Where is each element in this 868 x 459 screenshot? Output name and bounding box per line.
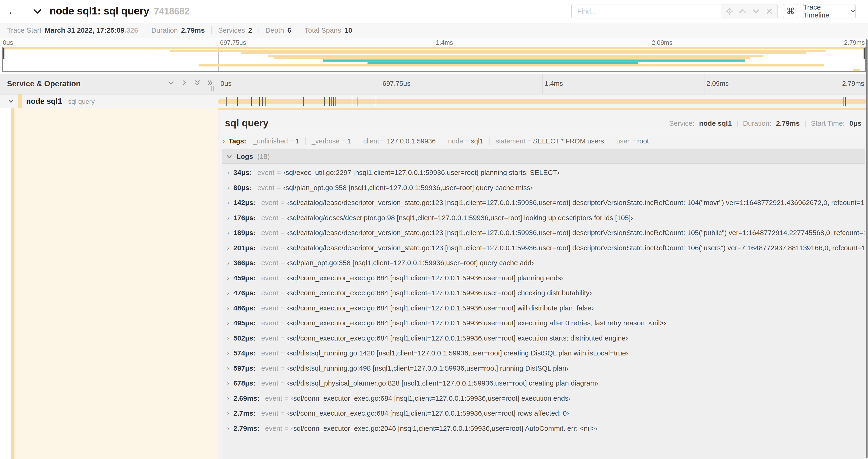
- minimap-tick-label: 2.09ms: [652, 39, 673, 46]
- minimap-span-bar: [198, 64, 824, 66]
- log-timestamp: 201μs:: [233, 244, 255, 252]
- back-button[interactable]: ←: [0, 0, 26, 22]
- trace-total-spans: Total Spans 10: [298, 26, 359, 34]
- log-expand-chevron-icon: ›: [227, 169, 229, 176]
- minimap-span-bar: [853, 69, 860, 71]
- trace-page: ← node sql1: sql query7418682: [0, 0, 868, 459]
- tag-key: _verbose: [312, 137, 340, 145]
- log-row[interactable]: ›678μs:event=‹sql/distsql_physical_plann…: [222, 377, 865, 390]
- log-row[interactable]: ›2.79ms:event=‹sql/conn_executor_exec.go…: [222, 422, 865, 435]
- expand-one-icon[interactable]: [181, 79, 188, 86]
- minimap-span-bar: [170, 50, 826, 52]
- log-expand-chevron-icon: ›: [227, 304, 229, 312]
- log-row[interactable]: ›2.7ms:event=‹sql/conn_executor_exec.go:…: [222, 407, 865, 420]
- expand-all-icon[interactable]: [207, 79, 214, 86]
- collapse-all-icon[interactable]: [194, 79, 201, 86]
- tag-item[interactable]: node=sql1: [448, 137, 490, 145]
- trace-services: Services 2: [212, 26, 259, 34]
- log-row[interactable]: ›80μs:event=‹sql/plan_opt.go:358 [nsql1,…: [222, 181, 865, 194]
- view-type-dropdown[interactable]: Trace Timeline: [803, 4, 856, 19]
- collapse-one-icon[interactable]: [167, 79, 175, 86]
- log-expand-chevron-icon: ›: [227, 214, 229, 222]
- tag-item[interactable]: client=127.0.0.1:59936: [363, 137, 442, 145]
- keyboard-shortcuts-button[interactable]: ⌘: [783, 4, 798, 19]
- find-next-icon[interactable]: [751, 6, 761, 16]
- tag-item[interactable]: _verbose=1: [312, 137, 357, 145]
- depth-value: 6: [287, 26, 291, 34]
- tag-item[interactable]: statement=SELECT * FROM users: [496, 137, 610, 145]
- detail-duration-label: Duration:: [743, 120, 771, 127]
- minimap-left-scrubber[interactable]: [3, 48, 4, 59]
- service-operation-header: Service & Operation: [7, 79, 81, 88]
- find-input[interactable]: [572, 4, 721, 18]
- timeline-tick-label: 2.09ms: [707, 80, 729, 88]
- minimap-span-bar: [323, 60, 745, 62]
- detail-service-value: node sql1: [699, 120, 732, 127]
- log-row[interactable]: ›502μs:event=‹sql/conn_executor_exec.go:…: [222, 332, 865, 345]
- logs-collapse-chevron-icon: [226, 154, 232, 159]
- span-bar-area[interactable]: [218, 94, 866, 108]
- find-prev-icon[interactable]: [738, 6, 748, 16]
- trace-depth: Depth 6: [259, 26, 298, 34]
- minimap-right-scrubber[interactable]: [864, 48, 865, 59]
- logs-label: Logs: [236, 153, 253, 160]
- view-type-label: Trace Timeline: [803, 3, 847, 19]
- log-message: ‹sql/conn_executor_exec.go:2046 [nsql1,c…: [291, 424, 597, 432]
- log-row[interactable]: ›486μs:event=‹sql/conn_executor_exec.go:…: [222, 302, 865, 315]
- log-timestamp: 678μs:: [233, 379, 255, 387]
- detail-left-gutter: [0, 108, 218, 459]
- span-log-marker: [237, 97, 238, 106]
- log-message: ‹sql/exec_util.go:2297 [nsql1,client=127…: [283, 169, 560, 176]
- logs-list: Log timestamps are relative to the start…: [222, 164, 865, 459]
- top-bar: ← node sql1: sql query7418682: [0, 0, 868, 22]
- span-log-marker: [226, 97, 226, 106]
- log-message: ‹sql/plan_opt.go:358 [nsql1,client=127.0…: [283, 184, 533, 192]
- span-log-marker: [331, 97, 332, 106]
- log-row[interactable]: ›176μs:event=‹sql/catalog/descs/descript…: [222, 211, 865, 224]
- log-message: ‹sql/distsql_physical_planner.go:828 [ns…: [287, 379, 598, 387]
- locate-icon[interactable]: [724, 6, 735, 16]
- log-timestamp: 2.69ms:: [233, 394, 259, 402]
- detail-start-value: 0μs: [849, 120, 862, 127]
- log-timestamp: 502μs:: [233, 334, 255, 342]
- logs-header[interactable]: Logs (18): [222, 149, 865, 164]
- span-color-strip: [18, 94, 22, 108]
- log-row[interactable]: ›459μs:event=‹sql/conn_executor_exec.go:…: [222, 271, 865, 285]
- minimap-canvas[interactable]: [2, 47, 866, 72]
- log-row[interactable]: ›366μs:event=‹sql/plan_opt.go:358 [nsql1…: [222, 256, 865, 269]
- find-clear-icon[interactable]: [764, 6, 774, 16]
- log-row[interactable]: ›34μs:event=‹sql/exec_util.go:2297 [nsql…: [222, 166, 865, 179]
- tag-item[interactable]: _unfinished=1: [253, 137, 305, 145]
- detail-divider: [223, 132, 865, 132]
- log-expand-chevron-icon: ›: [227, 244, 229, 252]
- span-service-name[interactable]: node sql1sql query: [26, 97, 95, 106]
- back-arrow-icon: ←: [7, 5, 18, 18]
- log-expand-chevron-icon: ›: [227, 365, 229, 372]
- span-row[interactable]: node sql1sql query: [0, 94, 868, 108]
- find-group: [571, 4, 778, 19]
- tag-item[interactable]: user=root: [616, 137, 655, 145]
- log-row[interactable]: ›142μs:event=‹sql/catalog/lease/descript…: [222, 196, 865, 209]
- timeline-tick-label: 0μs: [220, 80, 231, 88]
- log-row[interactable]: ›597μs:event=‹sql/distsql_running.go:498…: [222, 362, 865, 375]
- trace-header-chevron-icon[interactable]: [32, 6, 42, 17]
- span-expand-chevron-icon[interactable]: [8, 99, 14, 105]
- log-timestamp: 486μs:: [233, 304, 255, 312]
- log-row[interactable]: ›574μs:event=‹sql/distsql_running.go:142…: [222, 347, 865, 360]
- log-row[interactable]: ›189μs:event=‹sql/catalog/lease/descript…: [222, 226, 865, 239]
- span-duration-bar[interactable]: [218, 99, 866, 104]
- log-row[interactable]: ›2.69ms:event=‹sql/conn_executor_exec.go…: [222, 392, 865, 405]
- log-row[interactable]: ›201μs:event=‹sql/catalog/lease/descript…: [222, 241, 865, 255]
- column-resizer-handle[interactable]: [211, 86, 214, 91]
- log-timestamp: 189μs:: [233, 229, 255, 237]
- log-message: ‹sql/distsql_running.go:1420 [nsql1,clie…: [287, 349, 628, 357]
- log-row[interactable]: ›495μs:event=‹sql/conn_executor_exec.go:…: [222, 317, 865, 330]
- log-row[interactable]: ›476μs:event=‹sql/conn_executor_exec.go:…: [222, 286, 865, 299]
- minimap-tick-label: 697.75μs: [220, 39, 246, 46]
- log-expand-chevron-icon: ›: [227, 319, 229, 327]
- vertical-scrollbar[interactable]: [866, 39, 868, 458]
- tag-value: 1: [347, 137, 351, 145]
- span-log-marker: [329, 97, 330, 106]
- tag-value: 1: [296, 137, 299, 145]
- tags-row[interactable]: › Tags: _unfinished=1_verbose=1client=12…: [223, 137, 661, 145]
